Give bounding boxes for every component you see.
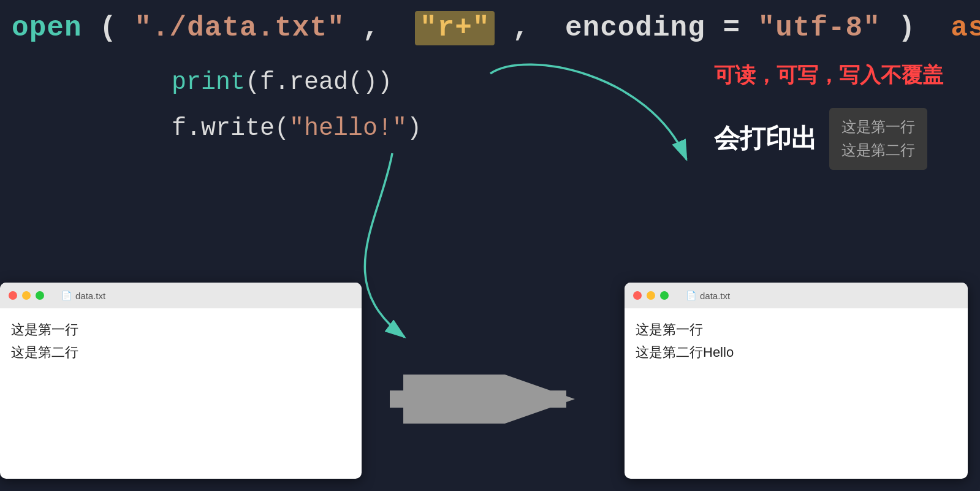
file-line-2-right: 这是第二行Hello xyxy=(636,341,957,363)
encoding-val: "utf-8" xyxy=(758,12,881,44)
window-titlebar-right: 📄 data.txt xyxy=(625,283,968,308)
traffic-green-right xyxy=(660,291,669,300)
fn-write: f.write( xyxy=(172,115,289,142)
window-filename-left: data.txt xyxy=(75,291,105,301)
file-line-1-right: 这是第一行 xyxy=(636,318,957,341)
fn-print: print xyxy=(172,69,245,96)
traffic-red-right xyxy=(633,291,642,300)
file-window-right: 📄 data.txt 这是第一行 这是第二行Hello xyxy=(625,283,968,479)
file-line-1-left: 这是第一行 xyxy=(11,318,351,341)
keyword-as: as xyxy=(951,12,980,44)
output-line-2: 这是第二行 xyxy=(841,139,915,162)
traffic-yellow-left xyxy=(22,291,31,300)
traffic-green-left xyxy=(36,291,44,300)
code-line-1: with open ( "./data.txt" , "r+" , encodi… xyxy=(0,12,980,44)
arrow-between-windows xyxy=(386,375,582,424)
mode-rplus: "r+" xyxy=(415,11,495,45)
output-box: 这是第一行 这是第二行 xyxy=(829,108,927,170)
file-icon-right: 📄 xyxy=(686,291,696,300)
encoding-key: encoding xyxy=(565,12,705,44)
window-titlebar-left: 📄 data.txt xyxy=(0,283,362,308)
window-title-left: 📄 data.txt xyxy=(61,291,105,301)
file-icon-left: 📄 xyxy=(61,291,72,300)
output-line-1: 这是第一行 xyxy=(841,115,915,139)
window-filename-right: data.txt xyxy=(700,291,730,301)
path-string: "./data.txt" xyxy=(134,12,344,44)
window-title-right: 📄 data.txt xyxy=(686,291,730,301)
window-content-right: 这是第一行 这是第二行Hello xyxy=(625,308,968,374)
window-content-left: 这是第一行 这是第二行 xyxy=(0,308,362,374)
traffic-red-left xyxy=(9,291,17,300)
file-line-2-left: 这是第二行 xyxy=(11,341,351,363)
keyword-open: open xyxy=(12,12,82,44)
traffic-yellow-right xyxy=(647,291,655,300)
file-window-left: 📄 data.txt 这是第一行 这是第二行 xyxy=(0,283,362,479)
